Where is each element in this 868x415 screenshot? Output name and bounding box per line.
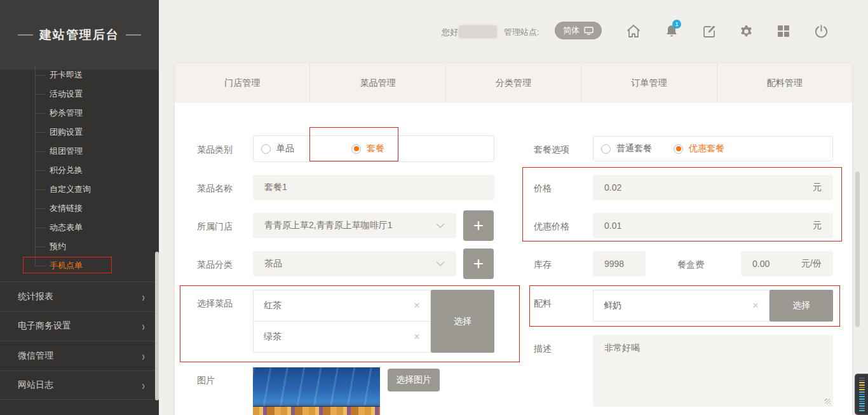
store-select[interactable]: 青青原上草2,青青原上草咖啡厅1 xyxy=(253,213,456,238)
tab-category-management[interactable]: 分类管理 xyxy=(446,64,581,103)
category-label: 菜品分类 xyxy=(197,259,233,271)
radio-circle-icon xyxy=(261,144,271,154)
dish-type-radio-group: 单品 套餐 xyxy=(253,135,494,162)
tree-tick xyxy=(35,132,46,133)
section-label: 统计报表 xyxy=(18,291,53,303)
box-fee-label: 餐盒费 xyxy=(677,259,704,271)
remove-dish-icon[interactable]: × xyxy=(414,299,420,312)
remove-ingredient-icon[interactable]: × xyxy=(752,299,759,312)
tab-store-management[interactable]: 门店管理 xyxy=(175,64,310,103)
logout-power-icon[interactable] xyxy=(813,23,829,39)
tree-tick xyxy=(35,228,46,228)
top-header: 您好 管理站点: 简体 1 xyxy=(159,0,868,64)
greeting-text: 您好 xyxy=(442,27,458,38)
discount-price-label: 优惠价格 xyxy=(534,221,569,233)
select-ingredient-button[interactable]: 选择 xyxy=(770,290,833,322)
sidebar-item-label: 动态表单 xyxy=(50,222,83,232)
sidebar-item-mobile-order[interactable]: 手机点单 xyxy=(0,256,159,275)
sidebar-item-activity[interactable]: 活动设置 xyxy=(0,85,159,104)
sidebar-item-team[interactable]: 组团管理 xyxy=(0,142,159,161)
sidebar-item-links[interactable]: 友情链接 xyxy=(0,199,159,218)
box-fee-unit: 元/份 xyxy=(801,258,822,269)
edit-icon[interactable] xyxy=(701,23,717,39)
tab-order-management[interactable]: 订单管理 xyxy=(581,64,717,103)
sidebar-item-card-gift[interactable]: 开卡即送 xyxy=(0,65,159,85)
dish-type-label: 菜品类别 xyxy=(197,144,233,156)
button-label: 选择 xyxy=(792,300,810,311)
combo-option-label: 套餐选项 xyxy=(534,144,569,156)
sidebar-item-label: 手机点单 xyxy=(50,261,83,270)
overlay-meter-widget[interactable] xyxy=(855,374,868,415)
radio-single-dish[interactable]: 单品 xyxy=(261,143,294,154)
tab-dish-management[interactable]: 菜品管理 xyxy=(310,64,445,103)
store-value: 青青原上草2,青青原上草咖啡厅1 xyxy=(264,220,392,231)
dish-name-input[interactable]: 套餐1 xyxy=(253,175,494,200)
radio-discount-combo[interactable]: 优惠套餐 xyxy=(674,143,724,154)
category-select[interactable]: 茶品 xyxy=(253,251,456,276)
select-image-button[interactable]: 选择图片 xyxy=(388,369,440,391)
resize-grip-icon[interactable] xyxy=(825,398,831,404)
sidebar-scrollbar[interactable] xyxy=(155,252,159,400)
description-textarea[interactable]: 非常好喝 xyxy=(593,335,833,407)
sidebar-menu: 开卡即送 活动设置 秒杀管理 团购设置 组团管理 积分兑换 自定义查询 友情链接… xyxy=(0,65,159,275)
section-label: 电子商务设置 xyxy=(18,320,71,332)
add-store-button[interactable]: + xyxy=(463,210,494,241)
selected-ingredient-name: 鲜奶 xyxy=(604,300,621,311)
discount-price-input[interactable]: 0.01 元 xyxy=(593,213,833,238)
radio-circle-icon xyxy=(351,144,361,154)
home-icon[interactable] xyxy=(625,23,642,39)
language-button[interactable]: 简体 xyxy=(555,22,602,39)
tree-tick xyxy=(35,94,46,95)
notifications-icon[interactable]: 1 xyxy=(663,23,680,39)
stock-input[interactable]: 9998 xyxy=(593,251,646,276)
apps-grid-icon[interactable] xyxy=(775,23,792,39)
settings-gear-icon[interactable] xyxy=(738,23,754,39)
chevron-right-icon: › xyxy=(142,319,145,333)
description-label: 描述 xyxy=(534,343,552,355)
sidebar-item-label: 组团管理 xyxy=(50,146,83,156)
selected-dish-name: 绿茶 xyxy=(264,331,281,343)
select-dishes-button[interactable]: 选择 xyxy=(431,290,494,353)
radio-label: 优惠套餐 xyxy=(689,143,724,154)
sidebar-item-seckill[interactable]: 秒杀管理 xyxy=(0,104,159,123)
sidebar-section-reports[interactable]: 统计报表› xyxy=(0,282,159,311)
radio-combo-dish[interactable]: 套餐 xyxy=(351,143,384,154)
price-input[interactable]: 0.02 元 xyxy=(593,175,833,200)
remove-dish-icon[interactable]: × xyxy=(414,330,420,343)
selected-ingredient-row: 鲜奶 × xyxy=(593,290,770,322)
radio-normal-combo[interactable]: 普通套餐 xyxy=(601,143,652,154)
stock-value: 9998 xyxy=(604,259,624,269)
radio-circle-icon xyxy=(674,144,683,154)
sidebar-section-ecommerce[interactable]: 电子商务设置› xyxy=(0,311,159,341)
sidebar-item-points[interactable]: 积分兑换 xyxy=(0,161,159,180)
photo-city-lights xyxy=(253,407,380,415)
sidebar-item-label: 积分兑换 xyxy=(50,165,83,175)
tree-tick xyxy=(35,170,46,171)
box-fee-value: 0.00 xyxy=(752,259,770,269)
add-category-button[interactable]: + xyxy=(463,248,494,279)
sidebar-sections: 统计报表› 电子商务设置› 微信管理› 网站日志› xyxy=(0,282,159,400)
username-redacted xyxy=(459,25,497,38)
box-fee-input[interactable]: 0.00 元/份 xyxy=(741,251,833,276)
chevron-right-icon: › xyxy=(142,378,145,392)
sidebar-item-booking[interactable]: 预约 xyxy=(0,237,159,256)
sidebar-item-label: 预约 xyxy=(50,242,66,251)
sidebar-item-label: 团购设置 xyxy=(50,127,83,137)
dish-name-label: 菜品名称 xyxy=(197,183,233,194)
monitor-icon xyxy=(584,27,593,35)
sidebar-item-dynamic-form[interactable]: 动态表单 xyxy=(0,218,159,237)
sidebar-item-groupbuy[interactable]: 团购设置 xyxy=(0,123,159,142)
discount-price-value: 0.01 xyxy=(604,221,621,231)
sidebar-item-custom-query[interactable]: 自定义查询 xyxy=(0,180,159,199)
price-value: 0.02 xyxy=(604,182,621,193)
tab-ingredient-management[interactable]: 配料管理 xyxy=(717,64,852,103)
price-unit: 元 xyxy=(813,182,822,193)
combo-option-radio-group: 普通套餐 优惠套餐 xyxy=(593,136,833,161)
button-label: 选择图片 xyxy=(396,374,431,386)
sidebar-section-wechat[interactable]: 微信管理› xyxy=(0,341,159,371)
sidebar-section-logs[interactable]: 网站日志› xyxy=(0,371,159,400)
page-scrollbar[interactable] xyxy=(855,172,860,327)
button-label: 选择 xyxy=(454,316,471,327)
radio-label: 单品 xyxy=(276,143,294,154)
section-label: 微信管理 xyxy=(18,350,53,362)
